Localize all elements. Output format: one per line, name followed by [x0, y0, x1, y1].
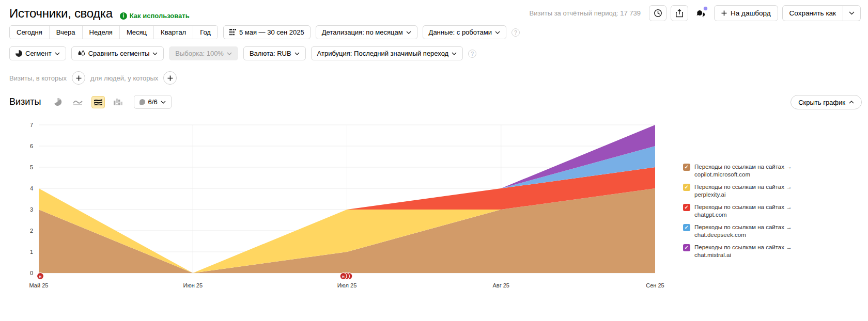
info-icon: i	[120, 12, 127, 20]
svg-text:0: 0	[30, 270, 33, 276]
add-visit-condition-button[interactable]	[72, 71, 85, 85]
hide-chart-button[interactable]: Скрыть график	[791, 95, 862, 109]
chevron-down-icon	[495, 31, 500, 34]
chevron-down-icon	[227, 52, 232, 55]
visits-stacked-area-chart[interactable]: 01234567Май 25Июн 25Июл 25Авг 25Сен 25нн	[0, 119, 677, 299]
visits-period-text: Визиты за отчётный период: 17 739	[530, 9, 641, 17]
svg-text:Июн 25: Июн 25	[183, 282, 203, 288]
legend-label: Переходы по ссылкам на сайтах →chat.mist…	[694, 244, 792, 259]
page-title: Источники, сводка	[9, 6, 113, 21]
page-header: Источники, сводка i Как использовать	[9, 6, 190, 21]
plus-icon	[721, 10, 727, 16]
legend-item-deepseek[interactable]: Переходы по ссылкам на сайтах →chat.deep…	[683, 223, 861, 238]
legend-label: Переходы по ссылкам на сайтах →perplexit…	[694, 183, 792, 198]
compare-segments-label: Сравнить сегменты	[88, 50, 150, 57]
chart-legend: Переходы по ссылкам на сайтах →copilot.m…	[683, 163, 861, 259]
period-month[interactable]: Месяц	[119, 26, 153, 39]
plus-icon	[167, 75, 173, 81]
legend-checkbox[interactable]	[683, 204, 690, 211]
svg-text:3: 3	[30, 206, 33, 213]
export-icon	[675, 9, 684, 18]
messenger-button[interactable]	[692, 5, 710, 21]
how-to-use-link[interactable]: i Как использовать	[120, 12, 190, 20]
svg-text:2: 2	[30, 228, 33, 234]
chart-header: Визиты 6/6	[9, 95, 172, 109]
how-to-use-label: Как использовать	[130, 12, 190, 20]
svg-text:Июл 25: Июл 25	[337, 282, 357, 288]
legend-label: Переходы по ссылкам на сайтах →chatgpt.c…	[694, 203, 792, 218]
legend-label: Переходы по ссылкам на сайтах →copilot.m…	[694, 163, 792, 178]
currency-label: Валюта: RUB	[250, 50, 291, 57]
yandex-metrica-sources-summary: Источники, сводка i Как использовать Виз…	[0, 0, 868, 321]
currency-dropdown[interactable]: Валюта: RUB	[243, 46, 306, 60]
svg-text:6: 6	[30, 143, 33, 149]
add-people-condition-button[interactable]	[163, 71, 177, 85]
legend-item-perplexity[interactable]: Переходы по ссылкам на сайтах →perplexit…	[683, 183, 861, 198]
add-to-dashboard-button[interactable]: На дашборд	[714, 5, 778, 21]
chevron-down-icon	[295, 52, 300, 55]
column-chart-icon	[114, 98, 122, 106]
legend-item-copilot[interactable]: Переходы по ссылкам на сайтах →copilot.m…	[683, 163, 861, 178]
svg-text:Май 25: Май 25	[29, 282, 49, 288]
save-as-split-button: Сохранить как	[782, 5, 861, 21]
plus-icon	[76, 75, 82, 81]
stacked-area-icon	[94, 98, 103, 106]
calendar-icon	[229, 29, 236, 36]
save-as-caret-button[interactable]	[843, 5, 861, 21]
period-quarter[interactable]: Квартал	[153, 26, 193, 39]
chevron-down-icon	[849, 11, 855, 15]
chevron-up-icon	[849, 101, 854, 104]
compare-drops-icon	[78, 50, 85, 57]
segment-dropdown[interactable]: Сегмент	[9, 46, 66, 60]
chart-title: Визиты	[9, 97, 41, 107]
detail-dropdown[interactable]: Детализация: по месяцам	[316, 25, 417, 39]
chart-type-columns-button[interactable]	[112, 96, 125, 108]
svg-text:1: 1	[30, 249, 33, 255]
goals-selector-dropdown[interactable]: 6/6	[134, 95, 172, 109]
chart-type-area-button[interactable]	[91, 96, 105, 108]
period-segmented-control: Сегодня Вчера Неделя Месяц Квартал Год	[9, 25, 218, 39]
legend-checkbox[interactable]	[683, 184, 690, 191]
save-as-button[interactable]: Сохранить как	[782, 5, 843, 21]
svg-text:5: 5	[30, 164, 33, 170]
sampling-dropdown[interactable]: Выборка: 100%	[169, 46, 238, 60]
donut-chart-icon	[53, 98, 62, 106]
segment-filter-row: Сегмент Сравнить сегменты Выборка: 100% …	[9, 46, 476, 60]
date-range-label: 5 мая — 30 сен 2025	[239, 28, 304, 36]
visits-chart-area: 01234567Май 25Июн 25Июл 25Авг 25Сен 25нн…	[0, 119, 868, 321]
period-year[interactable]: Год	[193, 26, 218, 39]
legend-item-mistral[interactable]: Переходы по ссылкам на сайтах →chat.mist…	[683, 244, 861, 259]
legend-checkbox[interactable]	[683, 224, 690, 231]
segment-pie-icon	[16, 50, 22, 57]
segment-builder-row: Визиты, в которых для людей, у которых	[9, 71, 177, 85]
svg-text:н: н	[342, 274, 345, 279]
date-range-button[interactable]: 5 мая — 30 сен 2025	[223, 25, 311, 39]
chart-type-pie-button[interactable]	[51, 96, 65, 108]
chevron-down-icon	[55, 52, 60, 55]
chevron-down-icon	[406, 31, 411, 34]
svg-text:7: 7	[30, 122, 33, 128]
data-mode-dropdown[interactable]: Данные: с роботами	[423, 25, 506, 39]
detail-label: Детализация: по месяцам	[322, 28, 403, 36]
export-button[interactable]	[671, 5, 688, 21]
legend-label: Переходы по ссылкам на сайтах →chat.deep…	[694, 223, 792, 238]
segment-label: Сегмент	[25, 50, 52, 57]
add-to-dashboard-label: На дашборд	[731, 9, 771, 17]
compare-segments-dropdown[interactable]: Сравнить сегменты	[71, 46, 164, 60]
period-today[interactable]: Сегодня	[10, 26, 49, 39]
legend-checkbox[interactable]	[683, 164, 690, 171]
history-button[interactable]	[649, 5, 667, 21]
legend-checkbox[interactable]	[683, 244, 690, 251]
goals-count: 6/6	[148, 98, 158, 106]
help-icon[interactable]: ?	[512, 28, 520, 37]
chevron-down-icon	[161, 101, 166, 104]
chart-type-line-button[interactable]	[71, 96, 85, 108]
sampling-label: Выборка: 100%	[175, 50, 224, 57]
legend-item-chatgpt[interactable]: Переходы по ссылкам на сайтах →chatgpt.c…	[683, 203, 861, 218]
header-actions: Визиты за отчётный период: 17 739 На даш…	[530, 5, 861, 21]
period-week[interactable]: Неделя	[82, 26, 119, 39]
help-icon[interactable]: ?	[468, 50, 476, 58]
attribution-dropdown[interactable]: Атрибуция: Последний значимый переход	[311, 46, 463, 60]
data-mode-label: Данные: с роботами	[429, 28, 492, 36]
period-yesterday[interactable]: Вчера	[49, 26, 82, 39]
